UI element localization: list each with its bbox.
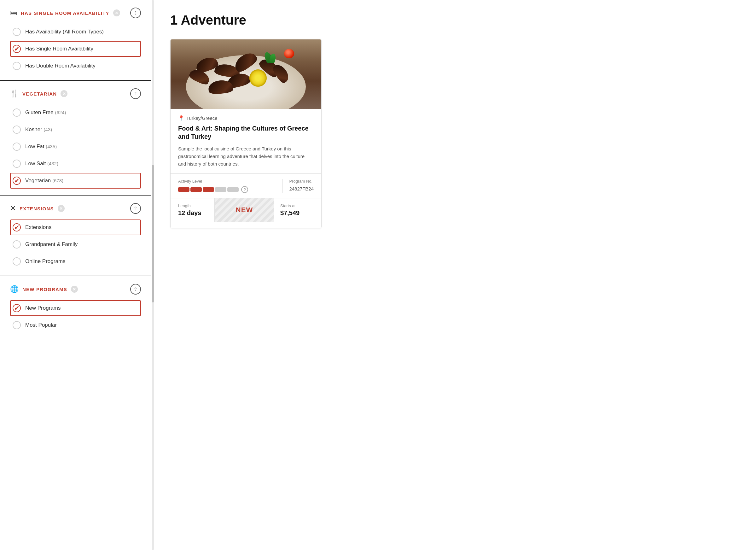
program-no-label: Program No. bbox=[289, 179, 314, 183]
length-value: 12 days bbox=[178, 209, 207, 217]
low-fat-count: (435) bbox=[46, 144, 57, 149]
filter-option-kosher-label: Kosher (43) bbox=[25, 126, 52, 133]
results-count: 1 Adventure bbox=[170, 13, 737, 28]
chevron-up-icon: ⇧ bbox=[134, 10, 137, 15]
filter-option-extensions[interactable]: ✔ Extensions bbox=[10, 219, 141, 235]
radio-new-programs[interactable]: ✔ bbox=[13, 304, 21, 312]
chevron-up-icon-veg: ⇧ bbox=[134, 91, 137, 96]
radio-all-room[interactable] bbox=[13, 28, 21, 36]
new-programs-header: 🌐 NEW PROGRAMS ✕ ⇧ bbox=[10, 284, 141, 295]
new-programs-clear-button[interactable]: ✕ bbox=[71, 286, 78, 293]
program-no-container: Program No. 24827FB24 bbox=[283, 179, 314, 193]
radio-extensions[interactable]: ✔ bbox=[13, 223, 21, 231]
filter-option-grandparent[interactable]: Grandparent & Family bbox=[10, 236, 141, 252]
radio-online[interactable] bbox=[13, 257, 21, 265]
filter-option-low-salt[interactable]: Low Salt (432) bbox=[10, 156, 141, 171]
food-image bbox=[171, 39, 321, 109]
extensions-options: ✔ Extensions Grandparent & Family Online… bbox=[10, 219, 141, 269]
filter-option-single-room[interactable]: ✔ Has Single Room Availability bbox=[10, 41, 141, 57]
vegetarian-header-left: 🍴 VEGETARIAN ✕ bbox=[10, 90, 67, 98]
price-container: Starts at $7,549 bbox=[274, 198, 321, 222]
fork-knife-icon: 🍴 bbox=[10, 90, 19, 98]
check-icon-single-room: ✔ bbox=[14, 45, 20, 53]
activity-seg-4 bbox=[215, 187, 226, 192]
availability-clear-button[interactable]: ✕ bbox=[113, 9, 120, 16]
new-programs-collapse-button[interactable]: ⇧ bbox=[130, 284, 141, 295]
availability-collapse-button[interactable]: ⇧ bbox=[130, 8, 141, 18]
low-salt-count: (432) bbox=[47, 161, 58, 166]
activity-level-container: Activity Level ? bbox=[178, 179, 283, 193]
filter-option-gluten-free[interactable]: Gluten Free (624) bbox=[10, 105, 141, 120]
radio-vegetarian[interactable]: ✔ bbox=[13, 176, 21, 185]
kosher-count: (43) bbox=[44, 127, 52, 132]
radio-most-popular[interactable] bbox=[13, 321, 21, 329]
new-programs-clear-icon: ✕ bbox=[73, 287, 76, 292]
extensions-section: ✕ EXTENSIONS ✕ ⇧ ✔ Extensions Grandparen… bbox=[0, 195, 151, 276]
card-body: 📍 Turkey/Greece Food & Art: Shaping the … bbox=[171, 109, 321, 228]
radio-kosher[interactable] bbox=[13, 125, 21, 134]
gluten-free-count: (624) bbox=[55, 110, 66, 115]
new-programs-header-left: 🌐 NEW PROGRAMS ✕ bbox=[10, 285, 78, 293]
availability-header: 🛏 HAS SINGLE ROOM AVAILABILITY ✕ ⇧ bbox=[10, 8, 141, 18]
adventure-card[interactable]: 📍 Turkey/Greece Food & Art: Shaping the … bbox=[170, 39, 322, 228]
radio-grandparent[interactable] bbox=[13, 240, 21, 248]
activity-segments bbox=[178, 187, 239, 192]
filter-option-new-programs-label: New Programs bbox=[25, 305, 61, 311]
radio-gluten-free[interactable] bbox=[13, 108, 21, 117]
filter-option-double-room[interactable]: Has Double Room Availability bbox=[10, 58, 141, 74]
filter-option-online[interactable]: Online Programs bbox=[10, 253, 141, 269]
filter-option-all-room-label: Has Availability (All Room Types) bbox=[25, 29, 104, 35]
radio-low-salt[interactable] bbox=[13, 159, 21, 168]
vegetarian-options: Gluten Free (624) Kosher (43) Low Fat (4… bbox=[10, 105, 141, 188]
new-badge-container: NEW bbox=[215, 198, 274, 222]
vegetarian-clear-button[interactable]: ✕ bbox=[61, 90, 67, 97]
x-icon: ✕ bbox=[10, 204, 16, 212]
availability-section: 🛏 HAS SINGLE ROOM AVAILABILITY ✕ ⇧ Has A… bbox=[0, 0, 151, 81]
extensions-header-left: ✕ EXTENSIONS ✕ bbox=[10, 204, 65, 212]
extensions-header: ✕ EXTENSIONS ✕ ⇧ bbox=[10, 203, 141, 214]
check-icon-vegetarian: ✔ bbox=[14, 177, 20, 184]
vegetarian-count: (678) bbox=[52, 178, 63, 183]
check-icon-new-programs: ✔ bbox=[14, 304, 20, 312]
filter-option-kosher[interactable]: Kosher (43) bbox=[10, 122, 141, 137]
card-location-text: Turkey/Greece bbox=[186, 115, 218, 121]
filter-option-grandparent-label: Grandparent & Family bbox=[25, 241, 78, 247]
program-no-value: 24827FB24 bbox=[289, 186, 314, 191]
activity-seg-5 bbox=[227, 187, 239, 192]
vegetarian-clear-icon: ✕ bbox=[62, 92, 66, 96]
radio-double-room[interactable] bbox=[13, 62, 21, 70]
filter-option-single-room-label: Has Single Room Availability bbox=[25, 46, 93, 52]
diagonal-stripe-bg: NEW bbox=[215, 198, 274, 222]
activity-level-label: Activity Level bbox=[178, 179, 276, 183]
filter-option-all-room[interactable]: Has Availability (All Room Types) bbox=[10, 24, 141, 40]
activity-help-button[interactable]: ? bbox=[241, 186, 248, 193]
filter-option-vegetarian[interactable]: ✔ Vegetarian (678) bbox=[10, 173, 141, 188]
filter-option-vegetarian-label: Vegetarian (678) bbox=[25, 177, 63, 184]
filter-option-most-popular-label: Most Popular bbox=[25, 322, 57, 328]
new-programs-options: ✔ New Programs Most Popular bbox=[10, 300, 141, 333]
extensions-clear-button[interactable]: ✕ bbox=[58, 205, 65, 212]
filter-option-low-fat[interactable]: Low Fat (435) bbox=[10, 139, 141, 154]
activity-seg-1 bbox=[178, 187, 189, 192]
filter-option-online-label: Online Programs bbox=[25, 258, 66, 264]
radio-single-room[interactable]: ✔ bbox=[13, 45, 21, 53]
vegetarian-collapse-button[interactable]: ⇧ bbox=[130, 88, 141, 99]
availability-options: Has Availability (All Room Types) ✔ Has … bbox=[10, 24, 141, 74]
extensions-collapse-button[interactable]: ⇧ bbox=[130, 203, 141, 214]
extensions-clear-icon: ✕ bbox=[59, 206, 63, 211]
availability-header-left: 🛏 HAS SINGLE ROOM AVAILABILITY ✕ bbox=[10, 9, 120, 17]
main-content: 1 Adventure bbox=[151, 0, 756, 550]
filter-option-gluten-free-label: Gluten Free (624) bbox=[25, 109, 66, 116]
card-meta-row: Activity Level ? bbox=[171, 173, 321, 198]
availability-clear-icon: ✕ bbox=[115, 11, 118, 15]
check-icon-extensions: ✔ bbox=[14, 223, 20, 231]
filter-option-new-programs[interactable]: ✔ New Programs bbox=[10, 300, 141, 316]
radio-low-fat[interactable] bbox=[13, 142, 21, 151]
new-programs-section-title: NEW PROGRAMS bbox=[22, 287, 67, 292]
chevron-up-icon-ext: ⇧ bbox=[134, 206, 137, 211]
card-description: Sample the local cuisine of Greece and T… bbox=[178, 145, 314, 168]
activity-seg-2 bbox=[190, 187, 202, 192]
bed-icon: 🛏 bbox=[10, 9, 17, 17]
filter-option-most-popular[interactable]: Most Popular bbox=[10, 317, 141, 333]
card-image bbox=[171, 39, 321, 109]
